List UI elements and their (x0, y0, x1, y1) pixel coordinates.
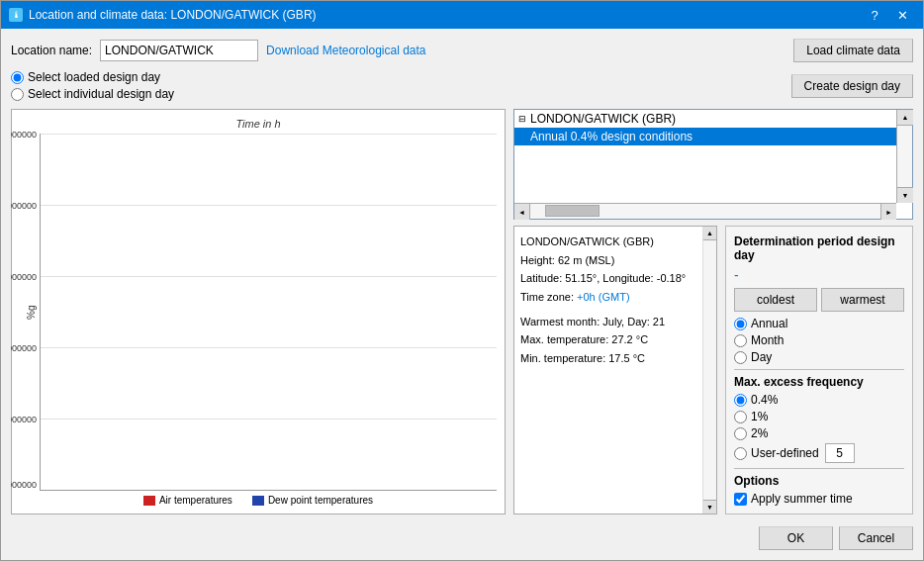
info-line2: Height: 62 m (MSL) (520, 251, 710, 270)
radio-loaded-label: Select loaded design day (28, 70, 160, 84)
tree-section: ⊟ LONDON/GATWICK (GBR) Annual 0.4% desig… (513, 109, 913, 220)
h-scroll-thumb (545, 205, 600, 217)
h-scroll-right-btn[interactable]: ► (880, 204, 896, 220)
load-climate-button[interactable]: Load climate data (793, 39, 913, 62)
radio-1pct[interactable]: 1% (734, 410, 904, 423)
radio-individual-label: Select individual design day (28, 87, 174, 101)
info-line3: Latitude: 51.15°, Longitude: -0.18° (520, 269, 710, 288)
radio-annual[interactable]: Annual (734, 317, 904, 330)
radio-day-input[interactable] (734, 351, 747, 364)
title-bar-left: 🌡 Location and climate data: LONDON/GATW… (9, 8, 317, 22)
design-day-radio-section: Select loaded design day Select individu… (11, 70, 174, 101)
title-bar-buttons: ? ✕ (862, 5, 915, 25)
radio-loaded-input[interactable] (11, 71, 24, 84)
radio-month[interactable]: Month (734, 333, 904, 347)
determination-panel: Determination period design day - coldes… (725, 226, 913, 514)
cancel-button[interactable]: Cancel (839, 526, 913, 550)
close-button[interactable]: ✕ (889, 5, 915, 25)
radio-annual-label: Annual (751, 317, 787, 330)
radio-1pct-label: 1% (751, 410, 768, 423)
tree-child-label: Annual 0.4% design conditions (530, 130, 693, 143)
legend-air-color (143, 496, 155, 506)
radio-individual-design-day[interactable]: Select individual design day (11, 87, 174, 101)
radio-day-label: Day (751, 350, 772, 364)
main-window: 🌡 Location and climate data: LONDON/GATW… (0, 0, 924, 561)
coldest-button[interactable]: coldest (734, 288, 817, 312)
radio-04pct[interactable]: 0.4% (734, 393, 904, 407)
excess-title: Max. excess frequency (734, 375, 904, 389)
top-controls-row: Location name: Download Meteorological d… (11, 39, 913, 62)
window-title: Location and climate data: LONDON/GATWIC… (29, 8, 317, 22)
radio-user-defined[interactable]: User-defined (734, 446, 819, 460)
radio-loaded-design-day[interactable]: Select loaded design day (11, 70, 174, 84)
create-design-button[interactable]: Create design day (791, 74, 913, 98)
apply-summer-time[interactable]: Apply summer time (734, 492, 904, 506)
scroll-up-btn[interactable]: ▲ (897, 110, 913, 126)
right-panel: ⊟ LONDON/GATWICK (GBR) Annual 0.4% desig… (513, 109, 913, 514)
radio-2pct-label: 2% (751, 426, 768, 440)
radio-2pct-input[interactable] (734, 427, 747, 440)
tree-child[interactable]: Annual 0.4% design conditions (514, 128, 912, 145)
chart-legend: Air temperatures Dew point temperatures (20, 495, 497, 506)
info-line4-text: Time zone: (520, 291, 577, 303)
excess-section: Max. excess frequency 0.4% 1% (734, 369, 904, 463)
radio-user-label: User-defined (751, 446, 819, 460)
radio-individual-input[interactable] (11, 88, 24, 101)
help-button[interactable]: ? (862, 5, 887, 25)
chart-container: Time in h %g 25.000000 20.000000 15.0000… (11, 109, 506, 514)
options-title: Options (734, 474, 904, 488)
info-box: LONDON/GATWICK (GBR) Height: 62 m (MSL) … (513, 226, 717, 514)
chart-title: Time in h (20, 118, 497, 130)
legend-dew: Dew point temperatures (252, 495, 373, 506)
excess-radio-group: 0.4% 1% 2% (734, 393, 904, 463)
legend-dew-color (252, 496, 264, 506)
info-line8: Min. temperature: 17.5 °C (520, 349, 710, 368)
info-scroll-up[interactable]: ▲ (703, 227, 716, 240)
period-radio-group: Annual Month Day (734, 317, 904, 364)
chart-area: %g 25.000000 20.000000 15.000000 10.0000… (20, 134, 497, 491)
radio-annual-input[interactable] (734, 318, 747, 330)
v-scrollbar[interactable]: ▲ ▼ (896, 110, 912, 203)
radio-04pct-input[interactable] (734, 394, 747, 407)
tree-root-label: LONDON/GATWICK (GBR) (530, 112, 676, 126)
info-line1: LONDON/GATWICK (GBR) (520, 233, 710, 251)
apply-summer-checkbox[interactable] (734, 493, 747, 506)
plot-area: 25.000000 20.000000 15.000000 10.000000 … (40, 134, 497, 491)
radio-day[interactable]: Day (734, 350, 904, 364)
h-scroll-track (530, 204, 880, 219)
h-scroll-left-btn[interactable]: ◄ (514, 204, 530, 220)
scroll-track (897, 126, 912, 187)
radio-month-input[interactable] (734, 334, 747, 347)
radio-04pct-label: 0.4% (751, 393, 778, 407)
info-scrollbar[interactable]: ▲ ▼ (702, 227, 716, 514)
location-input[interactable] (100, 40, 258, 61)
info-line6: Warmest month: July, Day: 21 (520, 313, 710, 331)
warmest-button[interactable]: warmest (821, 288, 904, 312)
bottom-buttons: OK Cancel (11, 522, 913, 550)
info-timezone: +0h (GMT) (577, 291, 629, 303)
determination-dash: - (734, 267, 904, 283)
radio-2pct[interactable]: 2% (734, 426, 904, 440)
coldest-warmest-group: coldest warmest (734, 288, 904, 312)
radio-1pct-input[interactable] (734, 411, 747, 423)
content-area: Location name: Download Meteorological d… (1, 29, 923, 560)
radio-user-input[interactable] (734, 447, 747, 460)
radio-controls-row: Select loaded design day Select individu… (11, 70, 913, 101)
lower-right: LONDON/GATWICK (GBR) Height: 62 m (MSL) … (513, 226, 913, 514)
legend-air: Air temperatures (143, 495, 232, 506)
apply-summer-label: Apply summer time (751, 492, 853, 506)
title-bar: 🌡 Location and climate data: LONDON/GATW… (1, 1, 923, 29)
download-link[interactable]: Download Meteorological data (266, 44, 425, 57)
tree-root[interactable]: ⊟ LONDON/GATWICK (GBR) (514, 110, 912, 128)
ok-button[interactable]: OK (759, 526, 833, 550)
info-line4: Time zone: +0h (GMT) (520, 288, 710, 307)
location-label: Location name: (11, 44, 92, 57)
legend-dew-label: Dew point temperatures (268, 495, 373, 506)
scroll-down-btn[interactable]: ▼ (897, 187, 913, 203)
legend-air-label: Air temperatures (159, 495, 232, 506)
h-scrollbar[interactable]: ◄ ► (514, 203, 896, 219)
user-defined-input[interactable] (825, 443, 855, 463)
options-section: Options Apply summer time (734, 468, 904, 506)
info-scroll-down[interactable]: ▼ (703, 500, 716, 514)
bars-container (41, 134, 497, 490)
